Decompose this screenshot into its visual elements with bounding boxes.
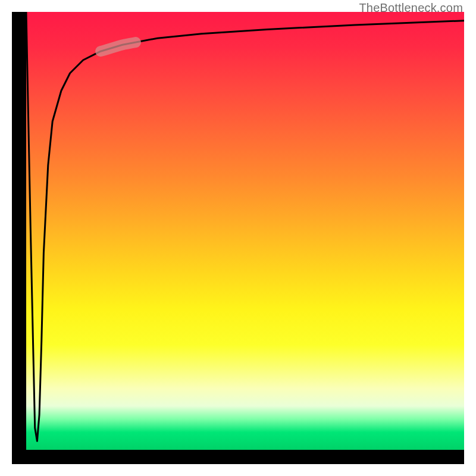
highlight-segment [101, 42, 136, 51]
curve-layer [26, 12, 464, 450]
plot-border [12, 12, 464, 464]
plot-area [26, 12, 464, 450]
curve-path [26, 12, 464, 441]
chart-frame: TheBottleneck.com [0, 0, 476, 476]
